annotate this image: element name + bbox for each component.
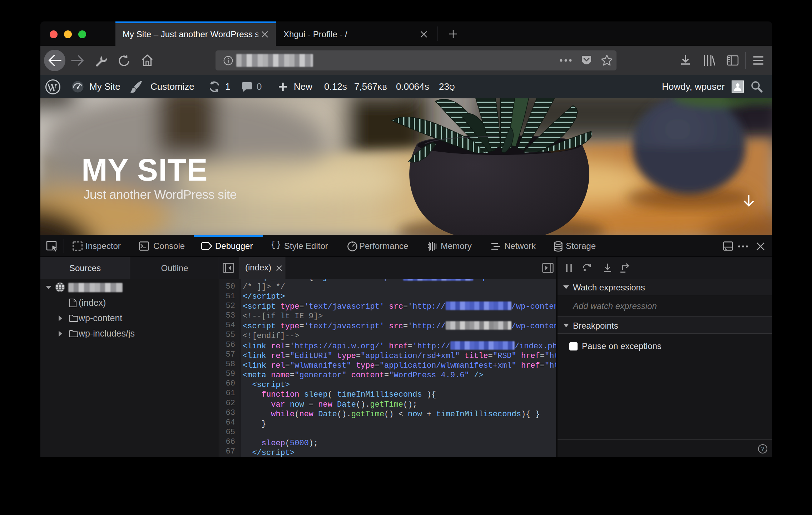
svg-text:?: ? <box>761 446 764 452</box>
